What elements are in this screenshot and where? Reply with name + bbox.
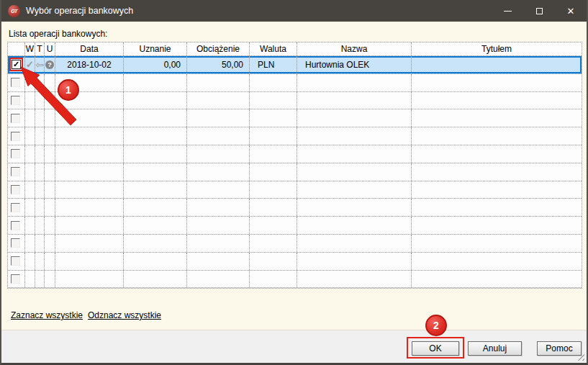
header-checkbox-col	[8, 42, 25, 55]
table-row-empty[interactable]	[8, 145, 582, 163]
header-data: Data	[55, 42, 124, 55]
list-label: Lista operacji bankowych:	[9, 29, 107, 39]
row-checkbox-unchecked[interactable]	[11, 114, 20, 123]
question-icon: ?	[45, 60, 54, 69]
maximize-icon	[536, 8, 543, 14]
table-row-empty[interactable]	[8, 74, 582, 92]
cell-uznanie: 0,00	[124, 56, 187, 73]
select-all-link[interactable]: Zaznacz wszystkie	[11, 310, 83, 320]
annotation-step-1: 1	[58, 79, 79, 101]
header-obciazenie: Obciążenie	[187, 42, 250, 55]
row-checkbox-unchecked[interactable]	[11, 96, 20, 105]
window-title: Wybór operacji bankowych	[26, 6, 492, 16]
close-icon: ✕	[567, 6, 575, 17]
header-tytulem: Tytułem	[412, 42, 582, 55]
cell-nazwa: Hurtownia OLEK	[297, 56, 412, 73]
cell-obciazenie: 50,00	[187, 56, 250, 73]
row-checkbox-unchecked[interactable]	[11, 274, 20, 284]
row-checkbox-unchecked[interactable]	[11, 185, 20, 194]
table-row-empty[interactable]	[8, 109, 582, 127]
row-checkbox-unchecked[interactable]	[11, 78, 20, 87]
ok-button[interactable]: OK	[412, 341, 459, 356]
dialog-window: GT Wybór operacji bankowych ✕ Lista oper…	[0, 0, 588, 365]
table-row-empty[interactable]	[8, 127, 582, 145]
row-checkbox-unchecked[interactable]	[11, 167, 20, 176]
table-row-empty[interactable]	[8, 271, 582, 289]
header-w: W	[25, 42, 35, 55]
annotation-step-2: 2	[425, 315, 447, 336]
check-icon: ✓	[26, 59, 34, 70]
table-row-empty[interactable]	[8, 253, 582, 271]
header-nazwa: Nazwa	[297, 42, 412, 55]
table-row-empty[interactable]	[8, 235, 582, 253]
window-controls: ✕	[492, 0, 587, 22]
header-u: U	[45, 42, 55, 55]
table-row-selected[interactable]: ✓ ✓ ⇦ ? 2018-10-02 0,00 50,00 PLN Hurtow…	[8, 56, 582, 74]
cell-tytulem	[412, 56, 582, 73]
row-checkbox-checked[interactable]: ✓	[12, 60, 21, 69]
cancel-button[interactable]: Anuluj	[468, 341, 522, 356]
cell-w: ✓	[25, 56, 35, 73]
row-checkbox-unchecked[interactable]	[11, 256, 20, 266]
row-checkbox-unchecked[interactable]	[11, 149, 20, 158]
help-button[interactable]: Pomoc	[537, 341, 582, 356]
bank-operations-table: W T U Data Uznanie Obciążenie Waluta Naz…	[7, 42, 582, 289]
header-uznanie: Uznanie	[124, 42, 187, 55]
close-button[interactable]: ✕	[555, 0, 587, 22]
title-bar: GT Wybór operacji bankowych ✕	[1, 0, 587, 22]
table-row-empty[interactable]	[8, 181, 582, 199]
deselect-all-link[interactable]: Odznacz wszystkie	[88, 310, 161, 320]
minimize-button[interactable]	[492, 0, 523, 22]
header-waluta: Waluta	[250, 42, 297, 55]
table-row-empty[interactable]	[8, 163, 582, 181]
row-checkbox-unchecked[interactable]	[11, 221, 20, 230]
checkmark-icon: ✓	[13, 60, 19, 69]
table-header-row: W T U Data Uznanie Obciążenie Waluta Naz…	[8, 42, 582, 56]
button-bar: OK Anuluj Pomoc	[1, 330, 587, 363]
minimize-icon	[504, 11, 512, 12]
table-row-empty[interactable]	[8, 92, 582, 110]
header-t: T	[35, 42, 45, 55]
table-row-empty[interactable]	[8, 217, 582, 235]
row-checkbox-unchecked[interactable]	[11, 238, 20, 248]
row-checkbox-unchecked[interactable]	[11, 132, 20, 141]
annotation-highlight-checkbox: ✓	[9, 58, 23, 71]
row-checkbox-unchecked[interactable]	[11, 203, 20, 212]
app-logo-text: GT	[11, 9, 17, 14]
cell-data: 2018-10-02	[55, 56, 124, 73]
arrow-left-icon: ⇦	[35, 60, 44, 70]
table-row-empty[interactable]	[8, 199, 582, 217]
cell-checkbox: ✓	[8, 56, 25, 73]
table-body-empty-rows	[8, 74, 582, 289]
cell-u: ?	[45, 56, 55, 73]
app-logo-icon: GT	[8, 5, 20, 17]
cell-t: ⇦	[35, 56, 45, 73]
cell-waluta: PLN	[250, 56, 297, 73]
maximize-button[interactable]	[523, 0, 555, 22]
